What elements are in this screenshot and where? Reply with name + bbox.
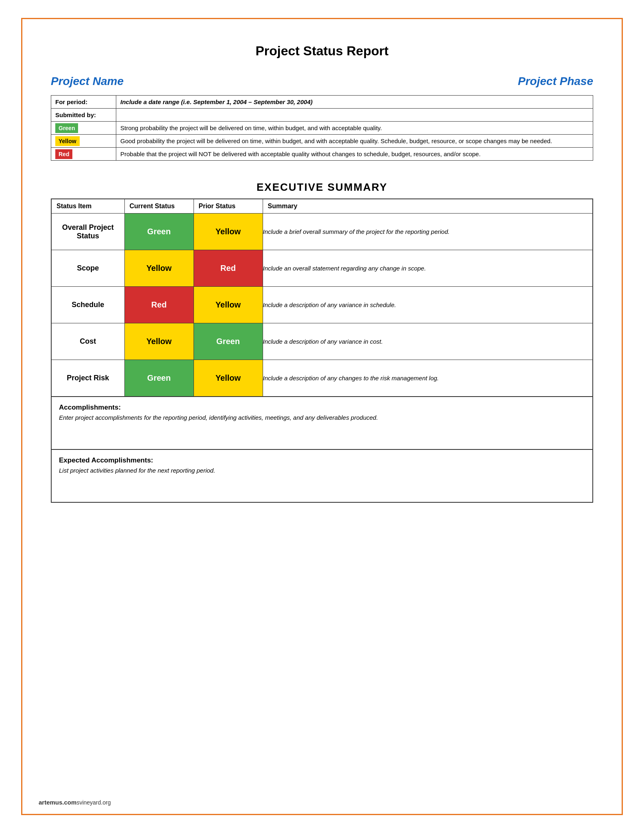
project-phase-label: Project Phase — [518, 75, 593, 88]
legend-yellow-cell: Yellow — [51, 135, 116, 148]
current-scope-label: Yellow — [146, 264, 172, 273]
period-row: For period: Include a date range (i.e. S… — [51, 96, 593, 109]
footer-extra: svineyard.org — [76, 799, 111, 806]
summary-cost: Include a description of any variance in… — [263, 323, 593, 360]
current-overall: Green — [124, 214, 194, 250]
prior-cost-label: Green — [216, 337, 240, 346]
legend-red-desc: Probable that the project will NOT be de… — [116, 148, 593, 161]
yellow-badge: Yellow — [55, 136, 80, 146]
current-schedule-label: Red — [151, 300, 167, 309]
accomplishments-section: Accomplishments: Enter project accomplis… — [51, 397, 593, 450]
summary-schedule: Include a description of any variance in… — [263, 287, 593, 323]
prior-overall: Yellow — [194, 214, 263, 250]
row-overall-project-status: Overall ProjectStatus Green Yellow Inclu… — [51, 214, 593, 250]
item-schedule: Schedule — [51, 287, 124, 323]
project-meta: Project Name Project Phase — [51, 75, 593, 88]
legend-green-desc: Strong probability the project will be d… — [116, 122, 593, 135]
expected-section: Expected Accomplishments: List project a… — [51, 450, 593, 503]
legend-green-row: Green Strong probability the project wil… — [51, 122, 593, 135]
summary-scope: Include an overall statement regarding a… — [263, 250, 593, 287]
current-schedule: Red — [124, 287, 194, 323]
item-project-risk: Project Risk — [51, 360, 124, 397]
row-cost: Cost Yellow Green Include a description … — [51, 323, 593, 360]
col-current-status: Current Status — [124, 199, 194, 214]
col-status-item: Status Item — [51, 199, 124, 214]
exec-header-row: Status Item Current Status Prior Status … — [51, 199, 593, 214]
prior-schedule-label: Yellow — [215, 300, 241, 309]
legend-red-cell: Red — [51, 148, 116, 161]
period-label: For period: — [51, 96, 116, 109]
expected-body: List project activities planned for the … — [59, 467, 585, 474]
expected-title: Expected Accomplishments: — [59, 456, 585, 464]
current-risk: Green — [124, 360, 194, 397]
project-name-label: Project Name — [51, 75, 124, 88]
page-wrapper: Project Status Report Project Name Proje… — [21, 18, 623, 815]
prior-cost: Green — [194, 323, 263, 360]
current-scope: Yellow — [124, 250, 194, 287]
item-overall-project-status: Overall ProjectStatus — [51, 214, 124, 250]
red-badge: Red — [55, 149, 72, 159]
prior-scope-label: Red — [220, 264, 236, 273]
legend-green-cell: Green — [51, 122, 116, 135]
prior-risk: Yellow — [194, 360, 263, 397]
green-badge: Green — [55, 123, 78, 133]
prior-overall-label: Yellow — [215, 227, 241, 236]
page-title: Project Status Report — [51, 44, 593, 59]
accomplishments-body: Enter project accomplishments for the re… — [59, 414, 585, 421]
exec-summary-title: EXECUTIVE SUMMARY — [51, 181, 593, 194]
row-scope: Scope Yellow Red Include an overall stat… — [51, 250, 593, 287]
summary-risk: Include a description of any changes to … — [263, 360, 593, 397]
submitted-value — [116, 109, 593, 122]
prior-scope: Red — [194, 250, 263, 287]
legend-table: For period: Include a date range (i.e. S… — [51, 95, 593, 161]
row-schedule: Schedule Red Yellow Include a descriptio… — [51, 287, 593, 323]
col-summary: Summary — [263, 199, 593, 214]
item-cost: Cost — [51, 323, 124, 360]
submitted-label: Submitted by: — [51, 109, 116, 122]
current-overall-label: Green — [147, 227, 171, 236]
legend-yellow-row: Yellow Good probability the project will… — [51, 135, 593, 148]
prior-schedule: Yellow — [194, 287, 263, 323]
submitted-row: Submitted by: — [51, 109, 593, 122]
item-scope: Scope — [51, 250, 124, 287]
row-project-risk: Project Risk Green Yellow Include a desc… — [51, 360, 593, 397]
col-prior-status: Prior Status — [194, 199, 263, 214]
legend-red-row: Red Probable that the project will NOT b… — [51, 148, 593, 161]
accomplishments-title: Accomplishments: — [59, 403, 585, 412]
current-risk-label: Green — [147, 373, 171, 382]
footer-text: artemus.comsvineyard.org — [39, 799, 111, 806]
prior-risk-label: Yellow — [215, 373, 241, 382]
exec-summary-table: Status Item Current Status Prior Status … — [51, 198, 593, 397]
legend-yellow-desc: Good probability the project will be del… — [116, 135, 593, 148]
current-cost: Yellow — [124, 323, 194, 360]
summary-overall: Include a brief overall summary of the p… — [263, 214, 593, 250]
current-cost-label: Yellow — [146, 337, 172, 346]
period-value: Include a date range (i.e. September 1, … — [116, 96, 593, 109]
footer-site: artemus.com — [39, 799, 76, 806]
